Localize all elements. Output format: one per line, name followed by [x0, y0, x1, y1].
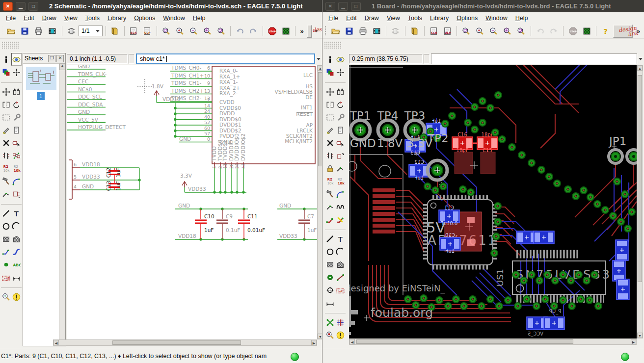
scroll-right-icon[interactable]: ▶ [311, 340, 317, 345]
tool-mark[interactable] [11, 66, 22, 78]
tool-cut[interactable] [325, 124, 335, 136]
testpoint-tp2-pad[interactable] [428, 160, 447, 180]
capacitor-c11[interactable]: C11 0.01uF [238, 209, 265, 239]
tool-delete[interactable] [1, 136, 11, 149]
tool-arc[interactable] [11, 220, 22, 233]
tool-smash[interactable] [325, 187, 335, 200]
tool-ratsnest[interactable] [325, 316, 335, 329]
zoom-fit-button[interactable] [160, 25, 172, 37]
tool-hole[interactable] [325, 284, 335, 296]
tool-polygon[interactable] [335, 258, 346, 271]
sheets-scrollbar[interactable]: ▲ [59, 63, 65, 346]
close-panel-icon[interactable]: ✕ [56, 55, 64, 62]
tool-signal[interactable] [335, 271, 346, 284]
tool-display[interactable] [1, 66, 11, 78]
tool-text[interactable] [335, 233, 346, 245]
tool-rect[interactable] [325, 258, 335, 271]
tool-copy[interactable] [11, 85, 22, 98]
undo-button[interactable] [233, 25, 246, 37]
tool-paste[interactable] [335, 124, 346, 136]
component-blue-cap-pair[interactable]: P_UP VCC_5 [527, 309, 564, 337]
zoom-redraw-button[interactable] [215, 25, 227, 37]
titlebar[interactable]: ✕ ▁ □ 1 Board - /home/yahya/eagle/hdmi-t… [322, 0, 644, 12]
tool-smash[interactable] [1, 175, 11, 187]
tool-miter[interactable] [335, 187, 346, 200]
menu-view[interactable]: View [383, 14, 404, 23]
tool-via[interactable] [325, 271, 335, 284]
tool-optimize[interactable] [335, 162, 346, 175]
titlebar[interactable]: ✕ ▁ □ 2 Schematic - /home/yahya/eagle/hd… [0, 0, 322, 12]
float-panel-icon[interactable]: ❐ [48, 55, 55, 62]
design-link-button[interactable]: design link [613, 25, 633, 38]
zoom-in-button[interactable] [173, 25, 186, 37]
maximize-icon[interactable]: □ [351, 2, 361, 11]
tool-attribute[interactable] [335, 284, 346, 296]
horizontal-scrollbar[interactable]: ◀ ▶ [53, 339, 317, 346]
print-button[interactable] [32, 25, 45, 37]
close-icon[interactable]: ✕ [325, 2, 335, 11]
component-blue-cap[interactable] [534, 231, 554, 244]
tool-paste[interactable] [11, 124, 22, 136]
tool-gateswap[interactable] [11, 149, 22, 162]
tool-meander[interactable] [335, 200, 346, 213]
open-button[interactable] [5, 25, 18, 37]
menu-tools[interactable]: Tools [81, 14, 104, 23]
jp1-pad-2[interactable] [627, 150, 637, 163]
menu-tools[interactable]: Tools [404, 14, 426, 23]
close-icon[interactable]: ✕ [3, 2, 13, 11]
menu-options[interactable]: Options [130, 14, 159, 23]
zoom-fit-button[interactable] [460, 25, 473, 37]
tool-circle[interactable] [325, 245, 335, 258]
tool-net[interactable] [1, 245, 11, 258]
tool-change[interactable] [11, 111, 22, 124]
tool-auto[interactable] [335, 316, 346, 329]
help-button[interactable] [599, 25, 612, 37]
tool-attribute[interactable] [1, 271, 11, 284]
component-blue-cap[interactable] [616, 240, 628, 260]
capacitor-c12-c13[interactable]: C12 C13 1uF 1uF [106, 168, 121, 191]
tool-dimension[interactable] [325, 296, 335, 309]
save-button[interactable] [19, 25, 31, 37]
minimize-icon[interactable]: ▁ [16, 2, 26, 11]
run-ulp-button[interactable] [141, 25, 154, 37]
export-button[interactable] [46, 25, 59, 37]
menu-file[interactable]: File [2, 14, 20, 23]
command-input[interactable] [431, 53, 637, 64]
tool-split[interactable] [325, 200, 335, 213]
tool-erc[interactable] [1, 290, 11, 303]
toolbar-overflow[interactable]: » [298, 27, 305, 35]
schematic-canvas[interactable]: GND TDMS_CLK- CEC NC$0 DDC_SCL DDC_SDA G… [67, 65, 317, 339]
tool-bus[interactable] [11, 245, 22, 258]
tool-display[interactable] [325, 66, 335, 78]
scroll-left-icon[interactable]: ◀ [349, 339, 355, 344]
menu-file[interactable]: File [324, 14, 342, 23]
tool-drc[interactable] [325, 329, 335, 341]
component-c16[interactable]: C16 18pF [452, 132, 473, 153]
tool-route[interactable] [325, 213, 335, 226]
maximize-icon[interactable]: □ [28, 2, 38, 11]
tool-wire[interactable] [1, 207, 11, 220]
tool-rotate[interactable] [11, 98, 22, 111]
menu-help[interactable]: Help [189, 14, 210, 23]
tool-group[interactable] [1, 111, 11, 124]
tool-ripup[interactable] [335, 213, 346, 226]
tool-add[interactable] [335, 136, 346, 149]
tool-move[interactable] [325, 85, 335, 98]
capacitor-c10[interactable]: C10 1uF [195, 209, 215, 239]
export-button[interactable] [370, 25, 383, 37]
command-input[interactable]: show c1* [136, 53, 315, 64]
print-button[interactable] [356, 25, 369, 37]
menu-help[interactable]: Help [511, 14, 532, 23]
tool-mirror[interactable] [1, 98, 11, 111]
tool-cut[interactable] [1, 124, 11, 136]
minimize-icon[interactable]: ▁ [338, 2, 348, 11]
tool-polygon[interactable] [11, 233, 22, 245]
grid-button[interactable] [279, 25, 292, 37]
command-history-dropdown[interactable] [315, 53, 322, 64]
menu-window[interactable]: Window [482, 14, 511, 23]
tool-miter[interactable] [11, 175, 22, 187]
use-library-button[interactable] [108, 25, 121, 37]
scroll-up-icon[interactable]: ▲ [637, 65, 643, 71]
zoom-select-button[interactable] [501, 25, 514, 37]
open-button[interactable] [329, 25, 342, 37]
